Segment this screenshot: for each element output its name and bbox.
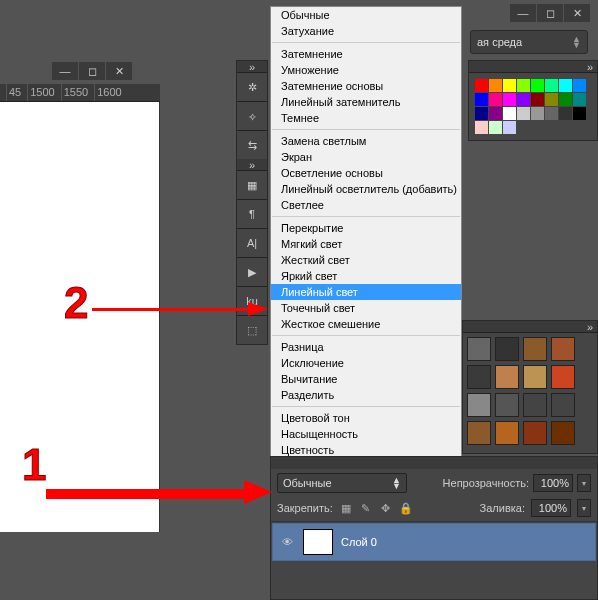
style-swatch[interactable] (551, 365, 575, 389)
swatch[interactable] (559, 79, 572, 92)
doc-close-button[interactable]: ✕ (106, 62, 132, 80)
workspace-select[interactable]: ая среда ▲▼ (470, 30, 588, 54)
lock-position-icon[interactable]: ✥ (379, 501, 393, 515)
swatch[interactable] (475, 79, 488, 92)
blend-mode-option[interactable]: Мягкий свет (271, 236, 461, 252)
lock-pixels-icon[interactable]: ✎ (359, 501, 373, 515)
blend-mode-option[interactable]: Перекрытие (271, 220, 461, 236)
wheel-icon[interactable]: ✲ (237, 73, 267, 101)
style-swatch[interactable] (523, 365, 547, 389)
blend-mode-option[interactable]: Линейный осветлитель (добавить) (271, 181, 461, 197)
blend-mode-option[interactable]: Светлее (271, 197, 461, 213)
doc-minimize-button[interactable]: — (52, 62, 78, 80)
style-swatch[interactable] (523, 393, 547, 417)
swatch[interactable] (531, 107, 544, 120)
swatch[interactable] (517, 93, 530, 106)
blend-mode-option[interactable]: Жесткое смешение (271, 316, 461, 332)
fill-flyout-button[interactable]: ▾ (577, 499, 591, 517)
panel-strip-grip-2[interactable]: » (237, 159, 267, 171)
layer-row[interactable]: 👁 Слой 0 (272, 523, 596, 561)
lock-transparency-icon[interactable]: ▦ (339, 501, 353, 515)
swatch[interactable] (489, 107, 502, 120)
blend-mode-option[interactable]: Экран (271, 149, 461, 165)
swatch[interactable] (545, 79, 558, 92)
swatch[interactable] (559, 93, 572, 106)
swatch[interactable] (503, 107, 516, 120)
blend-mode-option[interactable]: Разделить (271, 387, 461, 403)
swatch[interactable] (489, 79, 502, 92)
blend-mode-option[interactable]: Темнее (271, 110, 461, 126)
fill-field[interactable]: 100% (531, 499, 571, 517)
swatch[interactable] (475, 121, 488, 134)
style-swatch[interactable] (495, 421, 519, 445)
blend-mode-option[interactable]: Осветление основы (271, 165, 461, 181)
swatches-panel-grip[interactable]: » (469, 61, 597, 73)
swatch[interactable] (573, 79, 586, 92)
layers-icon[interactable]: ▦ (237, 171, 267, 199)
style-swatch[interactable] (523, 337, 547, 361)
blend-mode-option[interactable]: Яркий свет (271, 268, 461, 284)
swatch[interactable] (503, 121, 516, 134)
swatch[interactable] (517, 107, 530, 120)
visibility-toggle-icon[interactable]: 👁 (279, 534, 295, 550)
style-swatch[interactable] (551, 337, 575, 361)
style-swatch[interactable] (551, 393, 575, 417)
blend-mode-option[interactable]: Исключение (271, 355, 461, 371)
blend-mode-option[interactable]: Затемнение (271, 46, 461, 62)
blend-mode-option[interactable]: Точечный свет (271, 300, 461, 316)
style-swatch[interactable] (467, 393, 491, 417)
swatch[interactable] (545, 107, 558, 120)
opacity-field[interactable]: 100% (533, 474, 573, 492)
blend-mode-option[interactable]: Разница (271, 339, 461, 355)
slider-icon[interactable]: ⬚ (237, 316, 267, 344)
play-icon[interactable]: ▶ (237, 258, 267, 286)
opacity-flyout-button[interactable]: ▾ (577, 474, 591, 492)
blend-mode-option[interactable]: Вычитание (271, 371, 461, 387)
style-swatch[interactable] (495, 337, 519, 361)
style-swatch[interactable] (523, 421, 547, 445)
blend-mode-option[interactable]: Насыщенность (271, 426, 461, 442)
swatch[interactable] (573, 93, 586, 106)
style-swatch[interactable] (495, 393, 519, 417)
style-swatch[interactable] (467, 337, 491, 361)
style-swatch[interactable] (467, 421, 491, 445)
layers-panel-grip[interactable] (271, 457, 597, 469)
swatch[interactable] (545, 93, 558, 106)
style-swatch[interactable] (495, 365, 519, 389)
swap-icon[interactable]: ⇆ (237, 131, 267, 159)
panel-strip-grip[interactable]: » (237, 61, 267, 73)
brushes-icon[interactable]: ⟡ (237, 102, 267, 130)
swatch[interactable] (531, 79, 544, 92)
swatch[interactable] (517, 79, 530, 92)
blend-mode-option[interactable]: Умножение (271, 62, 461, 78)
character-icon[interactable]: A| (237, 229, 267, 257)
paragraph-icon[interactable]: ¶ (237, 200, 267, 228)
blend-mode-option[interactable]: Замена светлым (271, 133, 461, 149)
blend-mode-select[interactable]: Обычные ▲▼ (277, 473, 407, 493)
blend-mode-option[interactable]: Линейный свет (271, 284, 461, 300)
blend-mode-option[interactable]: Жесткий свет (271, 252, 461, 268)
swatch[interactable] (489, 121, 502, 134)
swatch[interactable] (475, 107, 488, 120)
lock-all-icon[interactable]: 🔒 (399, 501, 413, 515)
swatch[interactable] (489, 93, 502, 106)
close-button[interactable]: ✕ (564, 4, 590, 22)
swatch[interactable] (573, 107, 586, 120)
swatch[interactable] (475, 93, 488, 106)
doc-maximize-button[interactable]: ◻ (79, 62, 105, 80)
blend-mode-option[interactable]: Линейный затемнитель (271, 94, 461, 110)
blend-mode-option[interactable]: Затемнение основы (271, 78, 461, 94)
style-swatch[interactable] (467, 365, 491, 389)
blend-mode-option[interactable]: Цветовой тон (271, 410, 461, 426)
maximize-button[interactable]: ◻ (537, 4, 563, 22)
swatch[interactable] (531, 93, 544, 106)
minimize-button[interactable]: — (510, 4, 536, 22)
blend-mode-option[interactable]: Затухание (271, 23, 461, 39)
styles-panel-grip[interactable]: » (463, 321, 597, 333)
layer-thumbnail[interactable] (303, 529, 333, 555)
style-swatch[interactable] (551, 421, 575, 445)
blend-mode-option[interactable]: Обычные (271, 7, 461, 23)
swatch[interactable] (559, 107, 572, 120)
swatch[interactable] (503, 93, 516, 106)
swatch[interactable] (503, 79, 516, 92)
